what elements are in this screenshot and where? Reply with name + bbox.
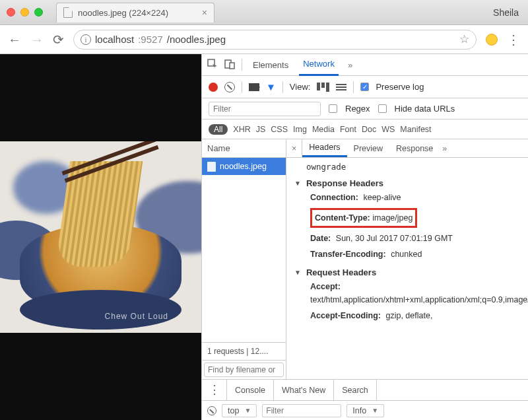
header-date: Date: Sun, 30 Jul 2017 07:01:19 GMT: [294, 232, 528, 245]
request-summary: 1 requests | 12....: [202, 342, 286, 360]
type-img[interactable]: Img: [293, 125, 307, 134]
zoom-window-button[interactable]: [34, 8, 43, 17]
filter-input[interactable]: [209, 102, 321, 116]
fragment-text: owngrade: [294, 162, 528, 172]
drawer-tabbar: ⋮ Console What's New Search ×: [202, 379, 528, 400]
drawer-tab-search[interactable]: Search: [333, 380, 377, 400]
disclosure-triangle-icon[interactable]: ▼: [294, 180, 301, 187]
request-row[interactable]: noodles.jpeg: [202, 158, 286, 175]
profile-name[interactable]: Sheila: [493, 7, 521, 18]
type-all[interactable]: All: [209, 124, 228, 135]
hide-data-urls-label: Hide data URLs: [395, 104, 455, 114]
site-info-icon[interactable]: i: [81, 34, 91, 45]
window-titlebar: noodles.jpeg (224×224) × Sheila: [0, 0, 528, 25]
view-label: View:: [290, 82, 311, 92]
detail-tab-preview[interactable]: Preview: [347, 139, 389, 157]
minimize-window-button[interactable]: [20, 8, 29, 17]
tab-title: noodles.jpeg (224×224): [78, 8, 168, 18]
image-watermark: Chew Out Loud: [105, 312, 168, 321]
find-input[interactable]: [204, 363, 284, 377]
close-detail-button[interactable]: ×: [286, 139, 302, 157]
detail-tabbar: × Headers Preview Response »: [286, 139, 528, 158]
type-doc[interactable]: Doc: [362, 125, 376, 134]
browser-tab[interactable]: noodles.jpeg (224×224) ×: [56, 3, 214, 22]
svg-rect-2: [230, 63, 234, 69]
record-button[interactable]: [209, 83, 218, 92]
preserve-log-label: Preserve log: [376, 82, 424, 92]
device-toggle-icon[interactable]: [224, 59, 235, 71]
type-media[interactable]: Media: [312, 125, 335, 134]
network-filter-row: ✓ Regex ✓ Hide data URLs: [202, 98, 528, 120]
document-icon: [63, 7, 73, 18]
request-filename: noodles.jpeg: [220, 162, 267, 171]
console-filter-input[interactable]: [262, 404, 341, 417]
more-detail-tabs-icon[interactable]: »: [440, 144, 449, 153]
network-toolbar: ▼ View: ✓ Preserve log: [202, 76, 528, 98]
close-window-button[interactable]: [7, 8, 15, 17]
devtools-panel: Elements Network » ▲2 ⋮ × ▼ View: ✓ Pres…: [201, 54, 528, 420]
content-area: Chew Out Loud Elements Network » ▲2 ⋮ × …: [0, 54, 528, 420]
address-bar[interactable]: i localhost:9527/noodles.jpeg ☆: [73, 30, 477, 50]
traffic-lights: [7, 8, 43, 17]
url-port: :9527: [138, 34, 163, 45]
file-icon: [207, 162, 216, 172]
header-connection: Connection: keep-alive: [294, 191, 528, 204]
header-accept: Accept: text/html,application/xhtml+xml,…: [294, 280, 528, 306]
header-content-type: Content-Type: image/jpeg: [294, 207, 528, 229]
drawer-menu-button[interactable]: ⋮: [202, 388, 227, 392]
url-host: localhost: [95, 34, 134, 45]
extension-icon[interactable]: [486, 34, 498, 46]
hide-data-urls-checkbox[interactable]: ✓: [378, 104, 387, 113]
request-detail: × Headers Preview Response » owngrade ▼ …: [286, 139, 528, 379]
detail-tab-headers[interactable]: Headers: [302, 139, 346, 157]
devtools-tabbar: Elements Network » ▲2 ⋮ ×: [202, 54, 528, 76]
console-clear-button[interactable]: [207, 406, 216, 415]
tab-network[interactable]: Network: [299, 54, 339, 76]
view-large-icon[interactable]: [317, 83, 329, 92]
request-list: Name noodles.jpeg 1 requests | 12....: [202, 139, 286, 379]
more-tabs-icon[interactable]: »: [345, 60, 355, 70]
bookmark-star-icon[interactable]: ☆: [459, 32, 469, 46]
type-ws[interactable]: WS: [381, 125, 395, 134]
url-path: /noodles.jpeg: [167, 34, 226, 45]
detail-tab-response[interactable]: Response: [389, 139, 440, 157]
type-js[interactable]: JS: [256, 125, 266, 134]
forward-button: →: [30, 33, 44, 46]
context-selector[interactable]: top▼: [222, 404, 257, 417]
find-bar: [202, 360, 286, 379]
regex-label: Regex: [345, 104, 370, 114]
log-level-selector[interactable]: Info▼: [346, 404, 384, 417]
image-viewer: Chew Out Loud: [0, 54, 201, 420]
screenshot-icon[interactable]: [249, 83, 259, 91]
filter-toggle-icon[interactable]: ▼: [266, 81, 276, 92]
header-transfer-encoding: Transfer-Encoding: chunked: [294, 248, 528, 261]
tab-elements[interactable]: Elements: [249, 54, 292, 76]
browser-menu-button[interactable]: ⋮: [507, 37, 520, 42]
name-column-header[interactable]: Name: [202, 139, 286, 158]
preserve-log-checkbox[interactable]: ✓: [360, 83, 369, 91]
clear-button[interactable]: [224, 82, 235, 92]
headers-pane[interactable]: owngrade ▼ Response Headers view source …: [286, 158, 528, 379]
disclosure-triangle-icon[interactable]: ▼: [294, 269, 301, 276]
inspect-icon[interactable]: [207, 59, 218, 71]
reload-button[interactable]: ⟳: [53, 33, 64, 46]
header-accept-encoding: Accept-Encoding: gzip, deflate,: [294, 309, 528, 322]
request-headers-section[interactable]: ▼ Request Headers view source: [294, 267, 528, 277]
resource-type-filters: All XHR JS CSS Img Media Font Doc WS Man…: [202, 120, 528, 139]
close-tab-icon[interactable]: ×: [202, 7, 207, 18]
back-button[interactable]: ←: [8, 33, 21, 46]
browser-toolbar: ← → ⟳ i localhost:9527/noodles.jpeg ☆ ⋮: [0, 25, 528, 54]
view-list-icon[interactable]: [336, 84, 346, 90]
type-xhr[interactable]: XHR: [233, 125, 250, 134]
response-headers-section[interactable]: ▼ Response Headers view source: [294, 178, 528, 188]
type-font[interactable]: Font: [340, 125, 356, 134]
type-css[interactable]: CSS: [271, 125, 288, 134]
network-main: Name noodles.jpeg 1 requests | 12.... × …: [202, 139, 528, 379]
type-manifest[interactable]: Manifest: [400, 125, 431, 134]
drawer-tab-whatsnew[interactable]: What's New: [273, 380, 334, 400]
console-toolbar: top▼ Info▼ ⚙: [202, 400, 528, 420]
noodles-image: Chew Out Loud: [0, 141, 201, 333]
drawer-tab-console[interactable]: Console: [226, 380, 274, 400]
regex-checkbox[interactable]: ✓: [329, 104, 337, 113]
